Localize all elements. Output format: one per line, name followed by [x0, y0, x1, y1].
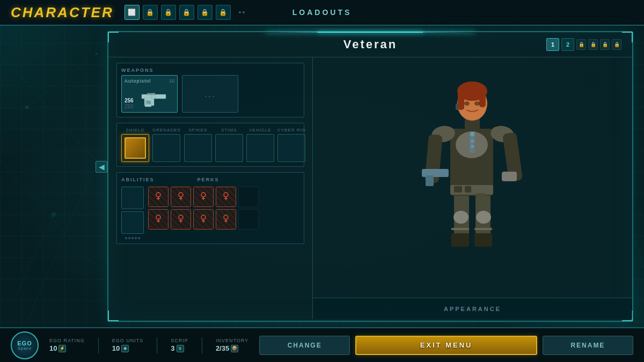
- svg-rect-62: [502, 172, 517, 181]
- nav-icon-lock-4[interactable]: 🔒: [197, 5, 213, 20]
- weapon-1-ammo: 10: [169, 78, 174, 84]
- equipment-col-cyberrig: CYBER RIG: [277, 128, 306, 162]
- weapon-slot-2[interactable]: ...: [182, 75, 238, 113]
- svg-point-27: [179, 193, 183, 197]
- perk-icon-3: [198, 191, 209, 202]
- bottom-bar: EGO Space EGO Rating 10 ⚡ EGO Units 10 ◆…: [0, 327, 644, 362]
- grenades-slot[interactable]: [152, 134, 180, 162]
- nav-icon-lock-2[interactable]: 🔒: [161, 5, 176, 20]
- nav-icon-lock-5[interactable]: 🔒: [216, 5, 231, 20]
- perk-slot-4[interactable]: [216, 187, 236, 207]
- top-navigation: CHARACTER ⬜ 🔒 🔒 🔒 🔒 🔒 LOADOUTS: [0, 0, 644, 26]
- equipment-row: SHIELD GRENADES SPIKES: [121, 128, 299, 162]
- perk-slot-1[interactable]: [148, 187, 169, 207]
- svg-rect-51: [474, 233, 492, 247]
- character-display: [313, 57, 632, 298]
- stat-ego-units: EGO Units 10 ◆: [112, 338, 144, 352]
- perk-icon-8: [198, 214, 209, 225]
- change-button[interactable]: Change: [259, 336, 350, 355]
- nav-icon-lock-1[interactable]: 🔒: [143, 5, 158, 20]
- rename-button[interactable]: Rename: [543, 336, 633, 355]
- perk-slot-2[interactable]: [171, 187, 191, 207]
- weapons-section: WEAPONS Autopistol 10: [116, 63, 304, 117]
- abilities-column: [121, 187, 144, 239]
- inventory-label: Inventory: [216, 338, 248, 343]
- stims-slot[interactable]: [215, 134, 243, 162]
- perk-icon-6: [153, 214, 164, 225]
- nav-icon-lock-3[interactable]: 🔒: [179, 5, 194, 20]
- perks-section-label: PERKS: [197, 177, 219, 182]
- perk-slot-5-empty[interactable]: [238, 187, 259, 207]
- stat-inventory: Inventory 2/35 📦: [216, 338, 248, 352]
- svg-line-2: [27, 161, 97, 322]
- app-title: CHARACTER: [0, 4, 114, 21]
- nav-icon-briefcase[interactable]: ⬜: [125, 5, 140, 20]
- loadout-lock-2[interactable]: 🔒: [588, 39, 598, 50]
- svg-point-30: [201, 193, 206, 197]
- main-panel: Veteran 1 2 🔒 🔒 🔒 🔒 WEAPONS Autopistol 1…: [107, 31, 633, 322]
- appearance-label[interactable]: APPEARANCE: [444, 306, 501, 312]
- perk-icon-2: [175, 191, 186, 202]
- loadout-slot-2[interactable]: 2: [561, 38, 574, 51]
- svg-rect-78: [475, 193, 486, 206]
- svg-line-1: [0, 161, 97, 268]
- svg-point-53: [476, 211, 491, 224]
- appearance-bar[interactable]: APPEARANCE: [313, 298, 632, 319]
- abilities-perks-row: [121, 187, 299, 239]
- svg-rect-65: [465, 186, 471, 193]
- equipment-col-spikes: SPIKES: [184, 128, 212, 162]
- ego-units-icon: ◆: [121, 345, 129, 352]
- shield-slot[interactable]: [121, 134, 149, 162]
- bottom-buttons: Change Exit Menu Rename: [259, 336, 633, 355]
- svg-point-24: [156, 193, 160, 197]
- shield-icon: [125, 137, 146, 159]
- svg-point-45: [224, 215, 228, 219]
- ammo-reserve: 250: [125, 104, 134, 109]
- exit-menu-button[interactable]: Exit Menu: [355, 336, 537, 355]
- ability-slot-1[interactable]: [121, 187, 144, 209]
- weapon-slot-1[interactable]: Autopistol 10: [121, 75, 178, 113]
- character-name: Veteran: [343, 38, 398, 51]
- svg-rect-64: [454, 186, 462, 193]
- ability-slot-2[interactable]: [121, 211, 144, 234]
- perk-icon-1: [153, 191, 164, 202]
- spikes-slot[interactable]: [184, 134, 212, 162]
- equipment-col-grenades: GRENADES: [152, 128, 181, 162]
- divider-3: [202, 337, 202, 353]
- perk-slot-7[interactable]: [171, 209, 191, 230]
- side-tab-arrow[interactable]: ◀: [96, 161, 107, 173]
- svg-point-36: [156, 215, 160, 219]
- svg-rect-70: [479, 91, 486, 107]
- stat-ego-rating: EGO Rating 10 ⚡: [49, 338, 85, 352]
- vehicle-label: VEHICLE: [249, 128, 271, 132]
- character-3d-area: APPEARANCE: [312, 57, 632, 319]
- svg-rect-50: [451, 233, 469, 247]
- perk-icon-9: [221, 214, 231, 225]
- cyberrig-slot[interactable]: [277, 134, 305, 162]
- svg-point-76: [471, 139, 474, 143]
- svg-rect-19: [145, 104, 151, 107]
- loadout-slots: 1 2 🔒 🔒 🔒 🔒: [546, 38, 621, 51]
- svg-point-75: [470, 132, 474, 136]
- divider-1: [98, 337, 99, 353]
- loadout-lock-3[interactable]: 🔒: [600, 39, 610, 50]
- equipment-col-vehicle: VEHICLE: [246, 128, 274, 162]
- loadout-lock-4[interactable]: 🔒: [612, 39, 621, 50]
- perk-slot-6[interactable]: [148, 209, 169, 230]
- gun-icon: [128, 89, 171, 108]
- abilities-perks-section: ABILITIES PERKS: [116, 172, 304, 244]
- perk-slot-9[interactable]: [216, 209, 236, 230]
- vehicle-slot[interactable]: [246, 134, 274, 162]
- perk-slot-10-empty[interactable]: [238, 209, 259, 230]
- ability-dots: [121, 237, 144, 239]
- svg-point-10: [96, 53, 98, 55]
- svg-point-77: [471, 145, 474, 148]
- perk-slot-8[interactable]: [193, 209, 214, 230]
- scrip-label: Scrip: [171, 338, 188, 343]
- loadout-lock-1[interactable]: 🔒: [576, 39, 586, 50]
- ego-rating-value-row: 10 ⚡: [49, 344, 85, 352]
- svg-point-39: [179, 215, 183, 219]
- stat-scrip: Scrip 3 $: [171, 338, 188, 352]
- perk-slot-3[interactable]: [193, 187, 214, 207]
- grenades-label: GRENADES: [152, 128, 181, 132]
